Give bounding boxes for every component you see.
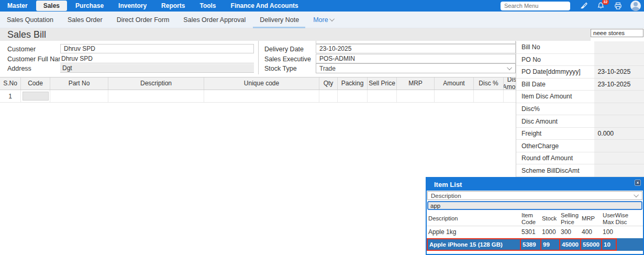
sales-executive-input[interactable] — [316, 54, 516, 63]
item-list-row-apple-1kg[interactable]: Apple 1kg 5301 1000 300 400 100 — [427, 226, 643, 238]
bill-details-panel: Bill No PO No PO Date[ddmmyyyy] 23-10-20… — [516, 41, 644, 177]
customer-input[interactable] — [60, 44, 254, 53]
popup-col-item-code: Item Code — [520, 212, 540, 226]
bill-row-po-date: PO Date[ddmmyyyy] 23-10-2025 — [516, 66, 644, 79]
sales-bill-items-table: S.No Code Part No Description Unique cod… — [0, 77, 524, 103]
address-label: Address — [7, 65, 31, 72]
bill-row-freight: Freight 0.000 — [516, 128, 644, 140]
items-table-header-row: S.No Code Part No Description Unique cod… — [0, 77, 524, 90]
col-packing: Packing — [338, 77, 368, 90]
bill-row-disc-amount: Disc Amount — [516, 115, 644, 128]
sales-executive-label: Sales Executive — [264, 56, 311, 63]
popup-col-sell-price: Selling Price — [559, 212, 580, 226]
search-menu-input[interactable] — [501, 2, 570, 10]
col-part-no: Part No — [50, 77, 108, 90]
subnav-item-direct-order-form[interactable]: Direct Order Form — [117, 16, 170, 24]
popup-col-description: Description — [427, 212, 520, 226]
col-description: Description — [108, 77, 204, 90]
round-off-value[interactable] — [594, 152, 644, 165]
item-disc-amount-value[interactable] — [594, 91, 644, 103]
bill-row-scheme-billdiscamt: Scheme BillDiscAmt — [516, 164, 644, 177]
top-navigation-bar: Master Sales Purchase Inventory Reports … — [0, 0, 644, 12]
po-no-value[interactable] — [594, 54, 644, 66]
chevron-down-icon — [507, 65, 512, 70]
bill-row-other-charge: OtherCharge — [516, 140, 644, 152]
notification-badge: 32 — [602, 0, 609, 5]
col-amount: Amount — [435, 77, 474, 90]
nav-item-inventory[interactable]: Inventory — [111, 0, 154, 12]
selected-row-highlight: Apple iPhone 15 (128 GB) 5389 99 45000 5… — [427, 238, 617, 251]
nav-item-reports[interactable]: Reports — [154, 0, 192, 12]
address-input[interactable] — [60, 64, 254, 73]
col-qty: Qty — [319, 77, 338, 90]
popup-col-mrp: MRP — [580, 212, 601, 226]
disc-amount-value[interactable] — [594, 115, 644, 128]
more-label: More — [313, 16, 328, 24]
delivery-date-label: Delivery Date — [264, 46, 304, 53]
popup-col-stock: Stock — [540, 212, 559, 226]
items-table-row-1: 1 — [0, 90, 524, 103]
bell-icon[interactable]: 32 — [596, 1, 605, 10]
bill-no-value[interactable] — [594, 41, 644, 54]
item-filter-select[interactable]: Description — [427, 191, 642, 200]
customer-label: Customer — [7, 46, 36, 53]
item-filter-value: Description — [431, 193, 461, 199]
subnav-item-sales-order-approval[interactable]: Sales Order Approval — [183, 16, 246, 24]
nav-item-sales[interactable]: Sales — [36, 1, 67, 11]
stock-type-label: Stock Type — [264, 65, 297, 72]
col-sno: S.No — [0, 77, 21, 90]
customer-full-name-label: Customer Full Name — [7, 56, 68, 63]
printer-icon[interactable] — [613, 1, 623, 10]
bill-row-item-disc-amount: Item Disc Amount — [516, 91, 644, 103]
customer-full-name-input[interactable] — [60, 54, 254, 63]
chevron-down-icon — [634, 192, 639, 197]
subnav-item-sales-quotation[interactable]: Sales Quotation — [7, 16, 53, 24]
col-unique-code: Unique code — [204, 77, 319, 90]
row1-code-cell — [21, 90, 50, 102]
po-date-value[interactable]: 23-10-2025 — [594, 66, 644, 79]
other-charge-value[interactable] — [594, 140, 644, 152]
page-title: Sales Bill — [7, 29, 46, 40]
item-list-header-row: Description Item Code Stock Selling Pric… — [427, 212, 643, 226]
chevron-down-icon — [329, 16, 335, 21]
nav-item-finance-and-accounts[interactable]: Finance And Accounts — [224, 0, 306, 12]
item-list-title: Item List — [434, 181, 462, 189]
delivery-date-input[interactable] — [316, 44, 516, 53]
paintbrush-icon[interactable] — [579, 1, 588, 10]
code-edit-input[interactable] — [23, 92, 49, 101]
bill-row-disc-pct: Disc% — [516, 103, 644, 116]
subnav-item-sales-order[interactable]: Sales Order — [68, 16, 103, 24]
item-list-popup-header: Item List x — [427, 178, 643, 191]
page-title-bar: Sales Bill — [0, 28, 591, 41]
sales-sub-navigation: Sales Quotation Sales Order Direct Order… — [0, 12, 644, 28]
nav-item-master[interactable]: Master — [0, 0, 35, 12]
bill-row-po-no: PO No — [516, 54, 644, 66]
bill-date-value[interactable]: 23-10-2025 — [594, 79, 644, 91]
subnav-more-menu[interactable]: More — [313, 16, 334, 24]
subnav-item-delivery-note[interactable]: Delivery Note — [260, 16, 299, 24]
col-sell-price: Sell Price — [368, 77, 397, 90]
stock-type-value: Trade — [319, 65, 336, 72]
col-disc-pct: Disc % — [474, 77, 504, 90]
bill-row-bill-date: Bill Date 23-10-2025 — [516, 79, 644, 91]
scheme-billdiscamt-value[interactable] — [594, 164, 644, 177]
bill-row-round-off: Round off Amount — [516, 152, 644, 165]
nav-item-purchase[interactable]: Purchase — [68, 0, 111, 12]
store-name-field[interactable] — [591, 29, 643, 37]
freight-value[interactable]: 0.000 — [594, 128, 644, 140]
toolbar-icons: 32 — [579, 1, 641, 11]
disc-pct-value[interactable] — [594, 103, 644, 116]
user-avatar[interactable] — [630, 1, 641, 11]
row1-sno: 1 — [0, 90, 21, 102]
bill-row-bill-no: Bill No — [516, 41, 644, 54]
item-list-row-apple-iphone-selected[interactable]: Apple iPhone 15 (128 GB) 5389 99 45000 5… — [427, 238, 643, 251]
item-search-input[interactable] — [427, 201, 642, 210]
form-column-divider — [258, 41, 259, 74]
item-list-popup: Item List x Description Description Item… — [426, 177, 644, 255]
nav-item-tools[interactable]: Tools — [192, 0, 223, 12]
col-mrp: MRP — [397, 77, 435, 90]
popup-col-userwise: UserWise Max Disc — [601, 212, 642, 226]
close-icon[interactable]: x — [635, 180, 641, 186]
stock-type-select[interactable]: Trade — [316, 63, 516, 73]
col-code: Code — [21, 77, 50, 90]
